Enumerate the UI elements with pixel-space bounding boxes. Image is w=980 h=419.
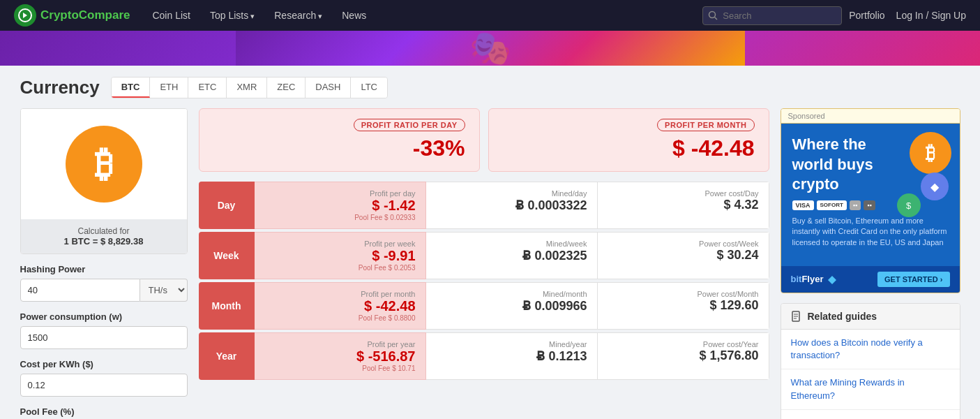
page-container: Currency BTC ETH ETC XMR ZEC DASH LTC ₿ … xyxy=(9,66,972,419)
logo[interactable]: CryptoCompare xyxy=(14,4,130,27)
profit-ratio-day-label: PROFIT RATIO PER DAY xyxy=(354,119,465,131)
profit-per-month-card: PROFIT PER MONTH $ -42.48 xyxy=(488,108,769,172)
page-title: Currency xyxy=(20,77,100,98)
table-row: Day Profit per day $ -1.42 Pool Fee $ 0.… xyxy=(199,182,769,229)
table-row: Year Profit per year $ -516.87 Pool Fee … xyxy=(199,332,769,380)
cost-kwh-group: Cost per KWh ($) xyxy=(20,359,188,397)
mined-cell: Mined/week Ƀ 0.002325 xyxy=(426,232,598,279)
ad-description: Buy & sell Bitcoin, Ethereum and more in… xyxy=(792,216,949,248)
navbar: CryptoCompare Coin List Top Lists Resear… xyxy=(0,0,980,31)
profit-cell: Profit per week $ -9.91 Pool Fee $ 0.205… xyxy=(255,232,426,279)
top-banner: 🎭 xyxy=(0,31,980,66)
tab-xmr[interactable]: XMR xyxy=(227,78,267,98)
guide-item-2[interactable]: How to Identify a Bitcoin or Ethereum... xyxy=(781,410,960,419)
left-panel: ₿ Calculated for 1 BTC = $ 8,829.38 Hash… xyxy=(20,108,188,419)
guide-item-0[interactable]: How does a Bitcoin node verify a transac… xyxy=(781,330,960,369)
nav-news[interactable]: News xyxy=(333,6,375,25)
hashing-power-input-row: TH/s GH/s MH/s xyxy=(20,279,188,302)
right-panel: Sponsored Where the world buys crypto ₿ … xyxy=(781,108,960,419)
btc-logo: ₿ xyxy=(66,126,142,203)
ad-title: Where the world buys crypto xyxy=(792,135,894,195)
hashing-power-label: Hashing Power xyxy=(20,264,188,274)
logo-icon xyxy=(14,4,36,27)
main-content: ₿ Calculated for 1 BTC = $ 8,829.38 Hash… xyxy=(20,108,960,419)
visa-icon: VISA xyxy=(792,200,814,210)
currency-header: Currency BTC ETH ETC XMR ZEC DASH LTC xyxy=(20,77,960,98)
power-cell: Power cost/Week $ 30.24 xyxy=(598,232,769,279)
profit-data-table: Day Profit per day $ -1.42 Pool Fee $ 0.… xyxy=(199,182,769,380)
coin-calc: Calculated for 1 BTC = $ 8,829.38 xyxy=(21,219,187,253)
power-cell: Power cost/Day $ 4.32 xyxy=(598,182,769,229)
related-guides-title: Related guides xyxy=(808,311,877,322)
bitflyer-logo-icon xyxy=(827,275,837,285)
svg-point-1 xyxy=(709,12,716,18)
power-consumption-input[interactable] xyxy=(20,326,188,349)
center-panel: PROFIT RATIO PER DAY -33% PROFIT PER MON… xyxy=(199,108,769,419)
period-label-cell: Day xyxy=(199,182,255,229)
tab-btc[interactable]: BTC xyxy=(112,78,151,98)
cost-kwh-label: Cost per KWh ($) xyxy=(20,359,188,369)
profit-cell: Profit per day $ -1.42 Pool Fee $ 0.0293… xyxy=(255,182,426,229)
profit-ratio-day-card: PROFIT RATIO PER DAY -33% xyxy=(199,108,480,172)
profit-cell: Profit per month $ -42.48 Pool Fee $ 0.8… xyxy=(255,282,426,330)
hashing-power-input[interactable] xyxy=(20,279,140,302)
nav-links: Coin List Top Lists Research News xyxy=(144,6,695,25)
pool-fee-label: Pool Fee (%) xyxy=(20,406,188,417)
search-input[interactable] xyxy=(702,6,842,25)
power-consumption-group: Power consumption (w) xyxy=(20,311,188,349)
document-icon xyxy=(791,311,802,322)
profit-summary: PROFIT RATIO PER DAY -33% PROFIT PER MON… xyxy=(199,108,769,172)
ad-payment-icons: VISA SOFORT ▪▪ ▪▪ xyxy=(792,200,949,210)
profit-per-month-label: PROFIT PER MONTH xyxy=(657,119,754,131)
related-guides-header: Related guides xyxy=(781,304,960,330)
related-guides-card: Related guides How does a Bitcoin node v… xyxy=(781,303,960,419)
calculated-for-label: Calculated for xyxy=(28,226,180,236)
logo-text: CryptoCompare xyxy=(40,8,130,22)
table-row: Week Profit per week $ -9.91 Pool Fee $ … xyxy=(199,232,769,279)
tab-ltc[interactable]: LTC xyxy=(351,78,387,98)
power-cell: Power cost/Year $ 1,576.80 xyxy=(598,332,769,380)
other-payment-icon2: ▪▪ xyxy=(864,200,875,210)
bitflyer-logo: bitFlyer xyxy=(791,274,838,285)
power-cell: Power cost/Month $ 129.60 xyxy=(598,282,769,330)
other-payment-icon: ▪▪ xyxy=(850,200,861,210)
nav-coin-list[interactable]: Coin List xyxy=(144,6,198,25)
svg-line-2 xyxy=(715,17,718,20)
search-icon xyxy=(708,10,718,20)
tab-zec[interactable]: ZEC xyxy=(267,78,306,98)
tab-eth[interactable]: ETH xyxy=(150,78,188,98)
nav-top-lists[interactable]: Top Lists xyxy=(202,6,263,25)
ad-footer: bitFlyer GET STARTED › xyxy=(781,266,960,293)
pool-fee-group: Pool Fee (%) xyxy=(20,406,188,419)
nav-research[interactable]: Research xyxy=(266,6,331,25)
guide-item-1[interactable]: What are Mining Rewards in Ethereum? xyxy=(781,369,960,409)
profit-per-month-value: $ -42.48 xyxy=(503,135,755,161)
ad-sponsored-label: Sponsored xyxy=(781,109,960,124)
hashing-power-unit-select[interactable]: TH/s GH/s MH/s xyxy=(140,279,188,302)
search-wrap xyxy=(702,6,842,25)
get-started-button[interactable]: GET STARTED › xyxy=(877,272,950,287)
btc-price: 1 BTC = $ 8,829.38 xyxy=(28,236,180,247)
ad-btc-icon: ₿ xyxy=(910,132,951,174)
mined-cell: Mined/month Ƀ 0.009966 xyxy=(426,282,598,330)
cost-kwh-input[interactable] xyxy=(20,374,188,397)
svg-marker-3 xyxy=(828,276,836,284)
login-link[interactable]: Log In / Sign Up xyxy=(896,10,966,21)
ad-card: Sponsored Where the world buys crypto ₿ … xyxy=(781,108,960,293)
nav-right: Portfolio Log In / Sign Up xyxy=(849,10,966,21)
coin-card: ₿ Calculated for 1 BTC = $ 8,829.38 xyxy=(20,108,188,254)
ad-body: Where the world buys crypto ₿ ◆ $ VISA S… xyxy=(781,124,960,266)
period-label-cell: Year xyxy=(199,332,255,380)
tab-etc[interactable]: ETC xyxy=(188,78,227,98)
banner-image: 🎭 xyxy=(236,31,745,66)
mined-cell: Mined/day Ƀ 0.0003322 xyxy=(426,182,598,229)
tab-dash[interactable]: DASH xyxy=(306,78,351,98)
power-consumption-label: Power consumption (w) xyxy=(20,311,188,322)
coin-icon-area: ₿ xyxy=(21,109,187,219)
profit-ratio-day-value: -33% xyxy=(213,135,465,161)
currency-tabs: BTC ETH ETC XMR ZEC DASH LTC xyxy=(111,77,388,98)
ad-eth-icon: ◆ xyxy=(921,172,949,200)
profit-cell: Profit per year $ -516.87 Pool Fee $ 10.… xyxy=(255,332,426,380)
portfolio-link[interactable]: Portfolio xyxy=(849,10,884,21)
hashing-power-group: Hashing Power TH/s GH/s MH/s xyxy=(20,264,188,302)
